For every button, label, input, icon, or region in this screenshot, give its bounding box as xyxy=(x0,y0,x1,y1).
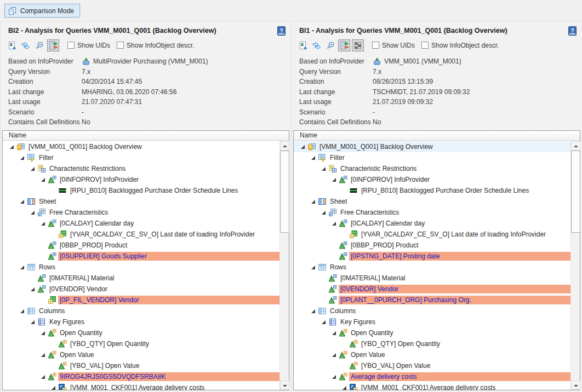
expander-icon[interactable] xyxy=(332,177,339,182)
tree-row[interactable]: [VMM_M001_CKF001] Average delivery costs xyxy=(294,382,570,390)
tree-row[interactable]: [VMM_M001_Q001] Backlog Overview xyxy=(294,141,570,152)
vertical-scrollbar[interactable] xyxy=(279,141,289,390)
tree-column-header[interactable]: Name xyxy=(3,131,289,141)
tree-row[interactable]: Sheet xyxy=(3,196,279,207)
tree-row[interactable]: [RPU_B010] Backlogged Purchase Order Sch… xyxy=(294,185,570,196)
expander-icon[interactable] xyxy=(41,177,48,182)
tree-row[interactable]: [YBO_VAL] Open Value xyxy=(294,360,570,371)
expander-icon[interactable] xyxy=(30,210,37,215)
tree-row[interactable]: 9IROG4JRJS0GS5OVQDFSRBA8K xyxy=(3,371,279,382)
expander-icon[interactable] xyxy=(30,287,37,292)
expander-icon[interactable] xyxy=(41,221,48,226)
tree-row[interactable]: [0VENDOR] Vendor xyxy=(3,284,279,295)
tree-row[interactable]: Average delivery costs xyxy=(294,371,570,382)
compare-button[interactable] xyxy=(338,39,350,51)
vertical-scrollbar[interactable] xyxy=(570,141,580,390)
tree-row[interactable]: Sheet xyxy=(294,196,570,207)
expander-icon[interactable] xyxy=(321,166,328,171)
expander-icon[interactable] xyxy=(20,155,27,160)
expander-icon[interactable] xyxy=(332,221,339,226)
tree-row[interactable]: [0PSTNG_DATE] Posting date xyxy=(294,251,570,262)
comparison-mode-button[interactable]: Comparison Mode xyxy=(4,4,80,18)
show-uids-checkbox[interactable]: Show UIDs xyxy=(67,42,110,49)
expander-icon[interactable] xyxy=(9,145,16,149)
tree-row[interactable]: Filter xyxy=(3,152,279,163)
tree-row[interactable]: [0VENDOR] Vendor xyxy=(294,284,570,295)
tree-row[interactable]: Key Figures xyxy=(294,316,570,327)
tree-row[interactable]: [0MATERIAL] Material xyxy=(294,273,570,284)
expander-icon[interactable] xyxy=(41,353,48,358)
help-button[interactable]: ? xyxy=(568,26,577,36)
tree-row[interactable]: Rows xyxy=(294,262,570,273)
tree-row[interactable]: Filter xyxy=(294,152,570,163)
zoom-out-button[interactable] xyxy=(324,39,336,51)
compare-button[interactable] xyxy=(47,39,59,51)
expander-icon[interactable] xyxy=(332,374,339,379)
tree-row[interactable]: Free Characteristics xyxy=(294,207,570,218)
tree-row[interactable]: [YVAR_0CALDAY_CE_SV_O] Last date of load… xyxy=(3,229,279,240)
tree-row[interactable]: [VMM_M001_Q001] Backlog Overview xyxy=(3,141,279,152)
expander-icon[interactable] xyxy=(20,265,27,270)
tree-row[interactable]: [0PLANT__0PURCH_ORG] Purchasing Org. xyxy=(294,295,570,305)
tree-row[interactable]: [0P_FIL_VENDOR] Vendor xyxy=(3,295,279,305)
tree-row[interactable]: [RPU_B010] Backlogged Purchase Order Sch… xyxy=(3,185,279,196)
expander-icon[interactable] xyxy=(332,353,339,358)
scroll-thumb[interactable] xyxy=(571,151,580,233)
tree-row[interactable]: [YBO_VAL] Open Value xyxy=(3,360,279,371)
tree-row[interactable]: Columns xyxy=(294,305,570,316)
tree-row[interactable]: [0CALDAY] Calendar day xyxy=(294,218,570,229)
expander-icon[interactable] xyxy=(311,309,318,314)
expander-icon[interactable] xyxy=(311,265,318,270)
tree-row[interactable]: [VMM_M001_CKF001] Average delivery costs xyxy=(3,382,279,390)
tree-row[interactable]: Open Value xyxy=(3,349,279,360)
tree-row[interactable]: [YBO_QTY] Open Quantity xyxy=(3,338,279,349)
expander-icon[interactable] xyxy=(311,199,318,204)
help-button[interactable]: ? xyxy=(277,26,286,36)
tree-column-header[interactable]: Name xyxy=(294,131,580,141)
zoom-out-button[interactable] xyxy=(33,39,45,51)
expander-icon[interactable] xyxy=(41,331,48,336)
expander-icon[interactable] xyxy=(41,374,48,379)
tree-row[interactable]: [0INFOPROV] InfoProvider xyxy=(3,174,279,185)
tree-row[interactable]: [YVAR_0CALDAY_CE_SV_O] Last date of load… xyxy=(294,229,570,240)
tree-row[interactable]: [0INFOPROV] InfoProvider xyxy=(294,174,570,185)
expander-icon[interactable] xyxy=(51,385,58,390)
tree-row[interactable]: Open Quantity xyxy=(3,327,279,338)
scroll-down-button[interactable] xyxy=(571,381,580,390)
grid-view-button[interactable] xyxy=(352,39,364,51)
expander-icon[interactable] xyxy=(311,155,318,160)
expander-icon[interactable] xyxy=(300,145,307,149)
scroll-up-button[interactable] xyxy=(571,141,580,151)
expander-icon[interactable] xyxy=(30,166,37,171)
expander-icon[interactable] xyxy=(332,331,339,336)
tree-row[interactable]: Characteristic Restrictions xyxy=(3,163,279,174)
tree-row[interactable]: [YBO_QTY] Open Quantity xyxy=(294,338,570,349)
show-infoobject-descr-checkbox[interactable]: Show InfoObject descr. xyxy=(421,42,499,49)
export-excel-button[interactable] xyxy=(6,39,18,51)
tree-row[interactable]: Columns xyxy=(3,305,279,316)
tree-row[interactable]: [0BBP_PROD] Product xyxy=(3,240,279,251)
tree-row[interactable]: Characteristic Restrictions xyxy=(294,163,570,174)
transport-button[interactable] xyxy=(311,39,323,51)
export-excel-button[interactable] xyxy=(297,39,309,51)
expander-icon[interactable] xyxy=(321,210,328,215)
tree-row[interactable]: [0BBP_PROD] Product xyxy=(294,240,570,251)
tree-row[interactable]: Open Value xyxy=(294,349,570,360)
expander-icon[interactable] xyxy=(342,385,349,390)
tree-row[interactable]: [0MATERIAL] Material xyxy=(3,273,279,284)
expander-icon[interactable] xyxy=(30,320,37,325)
tree-row[interactable]: [0CALDAY] Calendar day xyxy=(3,218,279,229)
expander-icon[interactable] xyxy=(20,199,27,204)
tree-row[interactable]: [0SUPPLIER] Goods Supplier xyxy=(3,251,279,262)
tree-row[interactable]: Open Quantity xyxy=(294,327,570,338)
transport-button[interactable] xyxy=(20,39,32,51)
show-infoobject-descr-checkbox[interactable]: Show InfoObject descr. xyxy=(117,42,194,49)
tree-row[interactable]: Rows xyxy=(3,262,279,273)
expander-icon[interactable] xyxy=(321,320,328,325)
expander-icon[interactable] xyxy=(20,309,27,314)
tree-row[interactable]: Free Characteristics xyxy=(3,207,279,218)
tree-row[interactable]: Key Figures xyxy=(3,316,279,327)
show-uids-checkbox[interactable]: Show UIDs xyxy=(372,42,415,49)
scroll-up-button[interactable] xyxy=(280,141,289,151)
scroll-thumb[interactable] xyxy=(280,151,289,233)
